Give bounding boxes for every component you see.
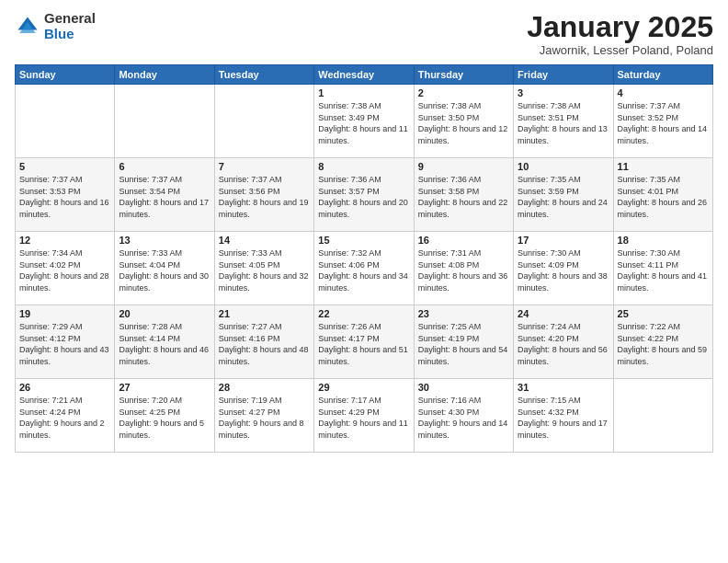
day-number: 21 [219,308,310,319]
col-monday: Monday [115,65,214,85]
day-number: 11 [618,161,709,172]
calendar-cell: 8Sunrise: 7:36 AMSunset: 3:57 PMDaylight… [314,158,414,232]
day-number: 20 [119,308,210,319]
day-info: Sunrise: 7:38 AMSunset: 3:50 PMDaylight:… [418,101,508,145]
day-info: Sunrise: 7:36 AMSunset: 3:57 PMDaylight:… [318,175,408,219]
day-number: 15 [318,235,409,246]
day-info: Sunrise: 7:37 AMSunset: 3:54 PMDaylight:… [119,175,209,219]
day-number: 9 [418,161,509,172]
day-number: 18 [618,235,709,246]
day-info: Sunrise: 7:26 AMSunset: 4:17 PMDaylight:… [318,322,408,366]
calendar-cell: 21Sunrise: 7:27 AMSunset: 4:16 PMDayligh… [214,305,313,379]
logo-icon [15,14,40,40]
calendar-cell: 14Sunrise: 7:33 AMSunset: 4:05 PMDayligh… [214,232,313,305]
day-number: 25 [618,308,709,319]
day-info: Sunrise: 7:38 AMSunset: 3:49 PMDaylight:… [318,101,408,145]
calendar-cell [16,85,115,158]
calendar-cell: 23Sunrise: 7:25 AMSunset: 4:19 PMDayligh… [414,305,513,379]
day-number: 3 [518,87,609,98]
col-thursday: Thursday [414,65,513,85]
day-number: 4 [618,87,709,98]
col-sunday: Sunday [16,65,115,85]
calendar-cell: 3Sunrise: 7:38 AMSunset: 3:51 PMDaylight… [514,85,613,158]
day-info: Sunrise: 7:27 AMSunset: 4:16 PMDaylight:… [219,322,309,366]
calendar-cell: 25Sunrise: 7:22 AMSunset: 4:22 PMDayligh… [613,305,712,379]
calendar-cell: 31Sunrise: 7:15 AMSunset: 4:32 PMDayligh… [514,379,613,453]
day-number: 14 [219,235,310,246]
day-number: 23 [418,308,509,319]
day-number: 24 [518,308,609,319]
logo-blue-text: Blue [44,27,96,42]
calendar-cell: 27Sunrise: 7:20 AMSunset: 4:25 PMDayligh… [115,379,214,453]
day-info: Sunrise: 7:33 AMSunset: 4:04 PMDaylight:… [119,248,209,293]
calendar-cell: 9Sunrise: 7:36 AMSunset: 3:58 PMDaylight… [414,158,513,232]
day-number: 27 [119,382,210,393]
calendar-cell: 4Sunrise: 7:37 AMSunset: 3:52 PMDaylight… [613,85,712,158]
day-info: Sunrise: 7:22 AMSunset: 4:22 PMDaylight:… [618,322,708,366]
title-block: January 2025 Jawornik, Lesser Poland, Po… [527,11,713,57]
calendar-cell: 15Sunrise: 7:32 AMSunset: 4:06 PMDayligh… [314,232,414,305]
header: General Blue January 2025 Jawornik, Less… [15,11,713,57]
day-info: Sunrise: 7:38 AMSunset: 3:51 PMDaylight:… [518,101,608,145]
day-info: Sunrise: 7:37 AMSunset: 3:52 PMDaylight:… [618,101,708,145]
calendar-cell: 10Sunrise: 7:35 AMSunset: 3:59 PMDayligh… [514,158,613,232]
calendar-cell [613,379,712,453]
day-info: Sunrise: 7:35 AMSunset: 3:59 PMDaylight:… [518,175,608,219]
calendar-week-5: 26Sunrise: 7:21 AMSunset: 4:24 PMDayligh… [16,379,713,453]
day-number: 19 [19,308,110,319]
calendar-cell: 12Sunrise: 7:34 AMSunset: 4:02 PMDayligh… [16,232,115,305]
day-info: Sunrise: 7:29 AMSunset: 4:12 PMDaylight:… [19,322,109,366]
col-wednesday: Wednesday [314,65,414,85]
day-info: Sunrise: 7:33 AMSunset: 4:05 PMDaylight:… [219,248,309,293]
day-info: Sunrise: 7:32 AMSunset: 4:06 PMDaylight:… [318,248,408,293]
calendar-cell: 19Sunrise: 7:29 AMSunset: 4:12 PMDayligh… [16,305,115,379]
calendar-subtitle: Jawornik, Lesser Poland, Poland [527,43,713,57]
calendar-week-3: 12Sunrise: 7:34 AMSunset: 4:02 PMDayligh… [16,232,713,305]
day-info: Sunrise: 7:19 AMSunset: 4:27 PMDaylight:… [219,396,304,440]
calendar-cell: 11Sunrise: 7:35 AMSunset: 4:01 PMDayligh… [613,158,712,232]
logo-general-text: General [44,11,96,27]
calendar-cell: 18Sunrise: 7:30 AMSunset: 4:11 PMDayligh… [613,232,712,305]
day-number: 10 [518,161,609,172]
calendar-cell: 17Sunrise: 7:30 AMSunset: 4:09 PMDayligh… [514,232,613,305]
calendar-week-2: 5Sunrise: 7:37 AMSunset: 3:53 PMDaylight… [16,158,713,232]
day-info: Sunrise: 7:24 AMSunset: 4:20 PMDaylight:… [518,322,608,366]
day-info: Sunrise: 7:17 AMSunset: 4:29 PMDaylight:… [318,396,408,440]
calendar-cell [214,85,313,158]
day-info: Sunrise: 7:25 AMSunset: 4:19 PMDaylight:… [418,322,508,366]
day-info: Sunrise: 7:30 AMSunset: 4:09 PMDaylight:… [518,248,608,293]
page: General Blue January 2025 Jawornik, Less… [0,0,728,563]
calendar-cell [115,85,214,158]
day-info: Sunrise: 7:20 AMSunset: 4:25 PMDaylight:… [119,396,204,440]
calendar-cell: 2Sunrise: 7:38 AMSunset: 3:50 PMDaylight… [414,85,513,158]
day-info: Sunrise: 7:36 AMSunset: 3:58 PMDaylight:… [418,175,508,219]
col-saturday: Saturday [613,65,712,85]
day-number: 30 [418,382,509,393]
day-number: 13 [119,235,210,246]
day-number: 22 [318,308,409,319]
calendar-cell: 1Sunrise: 7:38 AMSunset: 3:49 PMDaylight… [314,85,414,158]
day-number: 29 [318,382,409,393]
calendar-cell: 30Sunrise: 7:16 AMSunset: 4:30 PMDayligh… [414,379,513,453]
calendar-cell: 16Sunrise: 7:31 AMSunset: 4:08 PMDayligh… [414,232,513,305]
calendar-week-4: 19Sunrise: 7:29 AMSunset: 4:12 PMDayligh… [16,305,713,379]
day-number: 31 [518,382,609,393]
calendar-week-1: 1Sunrise: 7:38 AMSunset: 3:49 PMDaylight… [16,85,713,158]
day-number: 26 [19,382,110,393]
day-number: 6 [119,161,210,172]
day-info: Sunrise: 7:31 AMSunset: 4:08 PMDaylight:… [418,248,508,293]
day-info: Sunrise: 7:37 AMSunset: 3:53 PMDaylight:… [19,175,109,219]
day-number: 12 [19,235,110,246]
day-info: Sunrise: 7:16 AMSunset: 4:30 PMDaylight:… [418,396,508,440]
day-number: 1 [318,87,409,98]
calendar-cell: 24Sunrise: 7:24 AMSunset: 4:20 PMDayligh… [514,305,613,379]
day-number: 28 [219,382,310,393]
day-info: Sunrise: 7:34 AMSunset: 4:02 PMDaylight:… [19,248,109,293]
logo: General Blue [15,11,96,41]
calendar-cell: 28Sunrise: 7:19 AMSunset: 4:27 PMDayligh… [214,379,313,453]
day-number: 8 [318,161,409,172]
day-info: Sunrise: 7:28 AMSunset: 4:14 PMDaylight:… [119,322,209,366]
day-info: Sunrise: 7:35 AMSunset: 4:01 PMDaylight:… [618,175,708,219]
calendar-cell: 26Sunrise: 7:21 AMSunset: 4:24 PMDayligh… [16,379,115,453]
header-row: Sunday Monday Tuesday Wednesday Thursday… [16,65,713,85]
